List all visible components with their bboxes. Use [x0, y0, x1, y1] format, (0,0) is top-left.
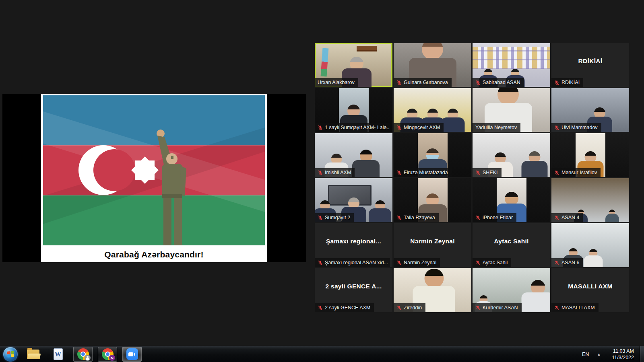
participant-name-label: 1 saylı Sumqayıt AXM- Lalə...	[315, 123, 390, 132]
participant-tile[interactable]: SHEKI	[473, 133, 550, 177]
participant-name-label: 2 sayli GENCE AXM	[315, 303, 374, 312]
participant-name-label: SHEKI	[473, 168, 502, 177]
muted-mic-icon	[554, 125, 559, 130]
participant-title: Aytac Sahil	[473, 223, 550, 259]
participant-tile[interactable]: Mingəçevir AXM	[394, 88, 471, 132]
participant-name: iPhone Etibar	[483, 215, 513, 220]
participant-name-label: Zireddin	[394, 303, 425, 312]
participant-name: Zireddin	[404, 305, 422, 311]
shared-image-card: Qarabağ Azərbaycandır!	[41, 94, 267, 262]
participant-tile[interactable]: Nərmin Zeynal Nərmin Zeynal	[394, 223, 471, 267]
word-document-icon: W	[54, 348, 63, 360]
participant-tile[interactable]: ASAN 6	[551, 223, 629, 267]
shared-caption: Qarabağ Azərbaycandır!	[41, 250, 267, 259]
participant-tile[interactable]: Kurdemir ASAN	[473, 268, 550, 312]
participant-name-label: Imishli AXM	[315, 168, 355, 177]
muted-mic-icon	[318, 125, 323, 130]
person-figure	[605, 210, 619, 222]
participant-name: Sumqayıt 2	[325, 215, 350, 220]
participant-tile[interactable]: Sabirabad ASAN	[473, 43, 550, 87]
participant-name: Kurdemir ASAN	[483, 305, 518, 311]
participant-name: RDİKİAİ	[561, 80, 580, 85]
participant-tile[interactable]: Sumqayıt 2	[315, 178, 392, 222]
muted-mic-icon	[396, 215, 402, 220]
participant-grid: Urxan Alakbarov Gulnara Gurbanova Sabira…	[315, 43, 629, 312]
muted-mic-icon	[554, 260, 559, 265]
participant-tile[interactable]: Imishli AXM	[315, 133, 392, 177]
participant-name: Gulnara Gurbanova	[404, 80, 448, 85]
picture-frame-decor	[357, 46, 377, 51]
participant-name: Mənsur Israfilov	[561, 170, 597, 175]
participant-name-label: Talia Rzayeva	[394, 213, 439, 222]
participant-name: Sabirabad ASAN	[483, 80, 520, 85]
muted-mic-icon	[554, 215, 559, 220]
participant-tile[interactable]: Urxan Alakbarov	[315, 43, 392, 87]
participant-title: MASALLI AXM	[551, 268, 629, 304]
muted-mic-icon	[318, 215, 323, 220]
person-figure	[369, 200, 391, 222]
participant-tile[interactable]: ASAN 4	[551, 178, 629, 222]
participant-title: RDİKİAİ	[551, 43, 629, 79]
participant-name-label: Firuzə Mustafazada	[394, 168, 452, 177]
participant-name-label: ASAN 6	[551, 258, 583, 267]
participant-name: Şamaxı regional ASAN xid...	[325, 260, 388, 265]
participant-name: Nərmin Zeynal	[404, 260, 436, 265]
chrome-profile-n-badge: N	[109, 355, 115, 361]
participant-name-label: iPhone Etibar	[473, 213, 516, 222]
word-taskbar-button[interactable]: W	[49, 347, 67, 362]
participant-tile[interactable]: Gulnara Gurbanova	[394, 43, 471, 87]
participant-tile[interactable]: Zireddin	[394, 268, 471, 312]
person-figure	[584, 249, 603, 267]
show-desktop-button[interactable]	[640, 346, 644, 362]
participant-name-label: Mənsur Israfilov	[551, 168, 601, 177]
explorer-taskbar-button[interactable]	[24, 347, 42, 362]
chrome-taskbar-button-2[interactable]: N	[98, 347, 117, 362]
participant-name: Firuzə Mustafazada	[404, 170, 448, 175]
participant-tile[interactable]: Firuzə Mustafazada	[394, 133, 471, 177]
participant-tile[interactable]: Talia Rzayeva	[394, 178, 471, 222]
muted-mic-icon	[396, 80, 402, 85]
participant-name: ASAN 4	[561, 215, 579, 220]
photo-wall-decor	[473, 47, 550, 70]
participant-name: Aytac Sahil	[483, 260, 508, 265]
muted-mic-icon	[554, 80, 559, 85]
zoom-taskbar-button[interactable]	[122, 347, 142, 362]
participant-tile[interactable]: 1 saylı Sumqayıt AXM- Lalə...	[315, 88, 392, 132]
participant-tile[interactable]: Şamaxı regional... Şamaxı regional ASAN …	[315, 223, 392, 267]
office-flag-decor	[321, 48, 329, 77]
participant-tile[interactable]: Ulvi Mammadov	[551, 88, 629, 132]
start-button[interactable]	[3, 347, 18, 362]
muted-mic-icon	[396, 125, 402, 130]
participant-title: Nərmin Zeynal	[394, 223, 471, 259]
participant-tile[interactable]: Yadullla Neymetov	[473, 88, 550, 132]
windows-logo-icon	[7, 351, 14, 358]
participant-tile[interactable]: 2 sayli GENCE A... 2 sayli GENCE AXM	[315, 268, 392, 312]
chrome-profile-badge-icon	[85, 355, 91, 361]
zoom-camera-icon	[126, 348, 138, 360]
muted-mic-icon	[318, 260, 323, 265]
muted-mic-icon	[396, 260, 402, 265]
participant-tile[interactable]: iPhone Etibar	[473, 178, 550, 222]
participant-name-label: Sumqayıt 2	[315, 213, 354, 222]
participant-name: Mingəçevir AXM	[404, 125, 440, 130]
muted-mic-icon	[475, 305, 481, 311]
participant-tile[interactable]: Mənsur Israfilov	[551, 133, 629, 177]
show-hidden-icons-button[interactable]: ▲	[597, 352, 601, 356]
person-figure	[352, 150, 380, 177]
chrome-taskbar-button-1[interactable]	[73, 347, 93, 362]
participant-name-label: ASAN 4	[551, 213, 583, 222]
participant-name-label: MASALLI AXM	[551, 303, 599, 312]
clock[interactable]: 11:03 AM 11/3/2022	[612, 348, 634, 361]
system-tray: EN ▲ 11:03 AM 11/3/2022	[582, 346, 644, 362]
participant-tile[interactable]: Aytac Sahil Aytac Sahil	[473, 223, 550, 267]
participant-name-label: Şamaxı regional ASAN xid...	[315, 258, 390, 267]
participant-name: Talia Rzayeva	[404, 215, 435, 220]
muted-mic-icon	[475, 260, 481, 265]
muted-mic-icon	[318, 170, 323, 175]
muted-mic-icon	[396, 170, 402, 175]
language-indicator[interactable]: EN	[582, 352, 589, 357]
participant-tile[interactable]: MASALLI AXM MASALLI AXM	[551, 268, 629, 312]
muted-mic-icon	[554, 170, 559, 175]
participant-tile[interactable]: RDİKİAİ RDİKİAİ	[551, 43, 629, 87]
participant-name-label: Mingəçevir AXM	[394, 123, 444, 132]
